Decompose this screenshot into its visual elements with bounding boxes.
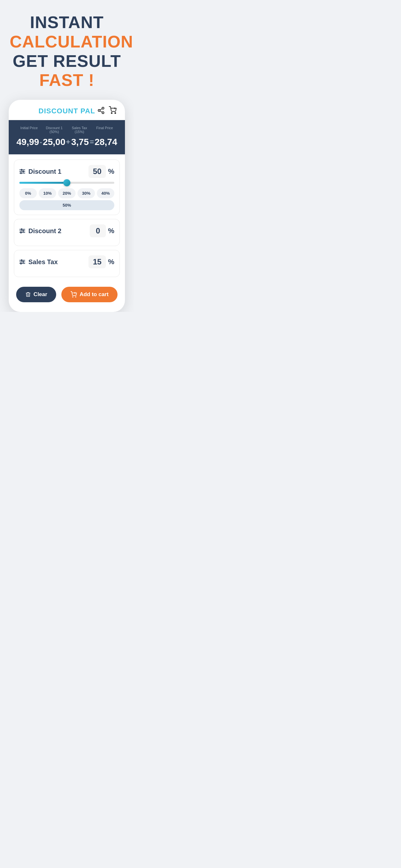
cart-plus-icon bbox=[70, 291, 77, 298]
controls-section: Discount 1 50 % 0% 10% 20% 30% bbox=[9, 154, 125, 277]
hero-section: INSTANT CALCULATION GET RESULT FAST ! bbox=[0, 0, 134, 100]
sales-tax-block: Sales Tax 15 % bbox=[14, 250, 120, 277]
cart-icon[interactable]: 0 bbox=[109, 106, 117, 116]
discount2-label: Discount 2 bbox=[19, 227, 61, 235]
label-discount1: Discount 1 (50%) bbox=[42, 126, 67, 134]
preset-30[interactable]: 30% bbox=[78, 188, 95, 198]
phone-mockup: DISCOUNT PAL 0 bbox=[9, 100, 125, 312]
discount2-value-group: 0 % bbox=[90, 224, 114, 237]
operator-equals: = bbox=[89, 138, 95, 146]
app-header: DISCOUNT PAL 0 bbox=[9, 100, 125, 120]
preset-50[interactable]: 50% bbox=[19, 200, 114, 210]
operator-plus: + bbox=[65, 138, 71, 146]
preset-10[interactable]: 10% bbox=[39, 188, 56, 198]
summary-labels: Initial Price Discount 1 (50%) Sales Tax… bbox=[17, 126, 117, 134]
value-tax: 3,75 bbox=[71, 137, 89, 147]
bottom-buttons: Clear Add to cart bbox=[9, 281, 125, 302]
discount1-slider-thumb[interactable] bbox=[63, 179, 70, 186]
discount1-block: Discount 1 50 % 0% 10% 20% 30% bbox=[14, 159, 120, 215]
hero-line2-orange: FAST ! bbox=[39, 71, 95, 89]
value-initial: 49,99 bbox=[17, 137, 39, 147]
sliders-icon-discount1 bbox=[19, 169, 25, 174]
hero-line2-dark: GET RESULT bbox=[12, 52, 121, 70]
discount2-percent: % bbox=[108, 227, 114, 235]
discount1-slider-container[interactable] bbox=[19, 182, 114, 184]
header-icons: 0 bbox=[97, 106, 117, 116]
sliders-icon-sales-tax bbox=[19, 260, 25, 264]
sales-tax-percent: % bbox=[108, 258, 114, 266]
add-to-cart-button[interactable]: Add to cart bbox=[61, 287, 118, 302]
discount2-block: Discount 2 0 % bbox=[14, 219, 120, 246]
operator-minus: - bbox=[39, 138, 42, 146]
value-final: 28,74 bbox=[95, 137, 117, 147]
hero-line1-dark: INSTANT bbox=[30, 13, 104, 32]
discount2-value-box[interactable]: 0 bbox=[90, 224, 106, 237]
preset-0[interactable]: 0% bbox=[19, 188, 37, 198]
discount1-header: Discount 1 50 % bbox=[19, 165, 114, 178]
svg-point-6 bbox=[115, 113, 116, 113]
share-icon[interactable] bbox=[97, 106, 105, 116]
label-sales-tax: Sales Tax (15%) bbox=[67, 126, 92, 134]
discount1-label: Discount 1 bbox=[19, 168, 61, 175]
sales-tax-value-box[interactable]: 15 bbox=[89, 255, 106, 268]
svg-point-8 bbox=[73, 297, 73, 298]
svg-point-5 bbox=[112, 113, 112, 113]
summary-card: Initial Price Discount 1 (50%) Sales Tax… bbox=[9, 120, 125, 154]
trash-icon bbox=[25, 291, 31, 298]
hero-line1-orange: CALCULATION bbox=[10, 32, 133, 51]
svg-line-4 bbox=[100, 108, 102, 110]
label-initial-price: Initial Price bbox=[17, 126, 42, 134]
discount1-presets: 0% 10% 20% 30% 40% 50% bbox=[19, 188, 114, 210]
hero-title: INSTANT CALCULATION GET RESULT FAST ! bbox=[10, 13, 124, 90]
svg-line-3 bbox=[100, 111, 102, 112]
svg-point-9 bbox=[75, 297, 76, 298]
discount1-slider-fill bbox=[19, 182, 67, 184]
sales-tax-value-group: 15 % bbox=[89, 255, 114, 268]
svg-text:0: 0 bbox=[114, 107, 116, 110]
sliders-icon-discount2 bbox=[19, 229, 25, 233]
sales-tax-header: Sales Tax 15 % bbox=[19, 255, 114, 268]
discount1-value-group: 50 % bbox=[89, 165, 114, 178]
discount2-header: Discount 2 0 % bbox=[19, 224, 114, 237]
summary-values: 49,99 - 25,00 + 3,75 = 28,74 bbox=[17, 137, 117, 147]
discount1-slider-track[interactable] bbox=[19, 182, 114, 184]
app-title: DISCOUNT PAL bbox=[38, 107, 95, 115]
sales-tax-label: Sales Tax bbox=[19, 258, 58, 266]
label-final-price: Final Price bbox=[92, 126, 117, 134]
value-discount: 25,00 bbox=[42, 137, 65, 147]
preset-40[interactable]: 40% bbox=[97, 188, 114, 198]
preset-20[interactable]: 20% bbox=[58, 188, 75, 198]
discount1-value-box[interactable]: 50 bbox=[89, 165, 106, 178]
clear-button[interactable]: Clear bbox=[16, 287, 57, 302]
discount1-percent: % bbox=[108, 167, 114, 176]
